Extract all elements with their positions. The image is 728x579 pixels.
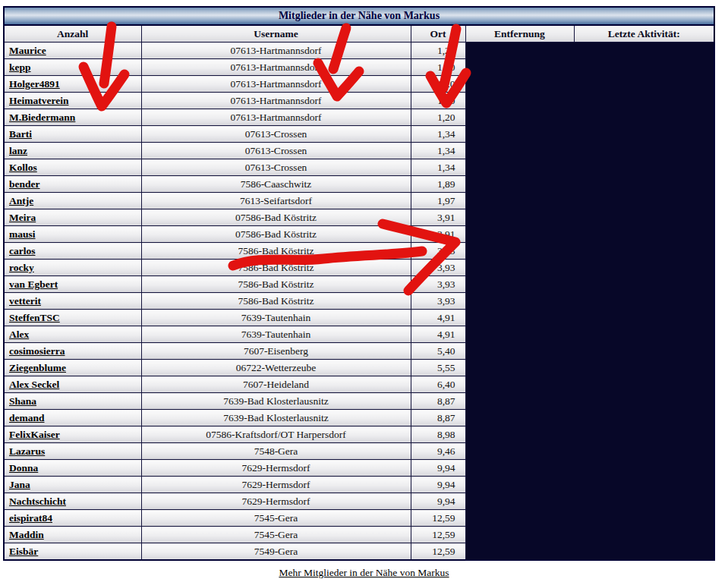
table-row: M.Biedermann 07613-Hartmannsdorf 1,20: [4, 109, 714, 126]
member-link[interactable]: kepp: [9, 61, 31, 73]
member-location-cell: 7586-Bad Köstritz: [141, 276, 411, 293]
member-location-cell: 7639-Tautenhain: [141, 326, 411, 343]
member-link[interactable]: demand: [9, 412, 45, 423]
redacted-entfernung-cell: [465, 109, 574, 126]
member-link[interactable]: Alex Seckel: [9, 379, 59, 390]
member-distance-cell: 3,93: [411, 260, 465, 276]
member-link[interactable]: Eisbär: [9, 546, 38, 557]
table-row: Alex Seckel 7607-Heideland 6,40: [4, 376, 714, 393]
redacted-entfernung-cell: [465, 460, 574, 477]
redacted-entfernung-cell: [465, 310, 574, 326]
member-location-cell: 07613-Hartmannsdorf: [141, 93, 411, 109]
more-members-link[interactable]: Mehr Mitglieder in der Nähe von Markus: [279, 567, 449, 578]
table-row: cosimosierra 7607-Eisenberg 5,40: [4, 343, 714, 360]
member-link[interactable]: Heimatverein: [9, 95, 68, 106]
table-row: Jana 7629-Hermsdorf 9,94: [4, 477, 714, 493]
member-link[interactable]: Alex: [9, 329, 29, 340]
redacted-entfernung-cell: [465, 493, 574, 510]
member-location-cell: 07613-Hartmannsdorf: [141, 76, 411, 93]
table-row: Maddin 7545-Gera 12,59: [4, 527, 714, 543]
redacted-aktivitaet-cell: [574, 159, 714, 176]
redacted-entfernung-cell: [465, 42, 574, 59]
member-distance-cell: 9,94: [411, 477, 465, 493]
member-distance-cell: 1,34: [411, 159, 465, 176]
member-distance-cell: 1,20: [411, 59, 465, 76]
redacted-aktivitaet-cell: [574, 426, 714, 443]
redacted-aktivitaet-cell: [574, 276, 714, 293]
column-header-ort: Ort: [411, 25, 465, 42]
member-link[interactable]: Barti: [9, 128, 32, 140]
member-location-cell: 7639-Bad Klosterlausnitz: [141, 410, 411, 426]
member-link[interactable]: Nachtschicht: [9, 496, 66, 507]
redacted-aktivitaet-cell: [574, 326, 714, 343]
redacted-entfernung-cell: [465, 126, 574, 143]
member-distance-cell: 9,46: [411, 443, 465, 460]
member-distance-cell: 4,91: [411, 310, 465, 326]
member-distance-cell: 12,59: [411, 510, 465, 527]
redacted-entfernung-cell: [465, 276, 574, 293]
redacted-entfernung-cell: [465, 193, 574, 209]
redacted-entfernung-cell: [465, 176, 574, 193]
member-link[interactable]: Maddin: [9, 529, 44, 540]
member-link[interactable]: Maurice: [9, 45, 46, 56]
member-location-cell: 07613-Hartmannsdorf: [141, 59, 411, 76]
table-row: rocky 7586-Bad Köstritz 3,93: [4, 260, 714, 276]
member-location-cell: 7586-Bad Köstritz: [141, 243, 411, 260]
redacted-aktivitaet-cell: [574, 527, 714, 543]
member-link[interactable]: Lazarus: [9, 445, 45, 457]
member-link[interactable]: Holger4891: [9, 78, 60, 90]
member-link[interactable]: cosimosierra: [9, 345, 65, 357]
member-distance-cell: 12,59: [411, 527, 465, 543]
member-link[interactable]: eispirat84: [9, 512, 52, 524]
member-link[interactable]: carlos: [9, 245, 36, 256]
member-link[interactable]: Donna: [9, 462, 38, 474]
member-distance-cell: 9,94: [411, 493, 465, 510]
member-distance-cell: 6,40: [411, 376, 465, 393]
redacted-entfernung-cell: [465, 293, 574, 310]
table-row: Holger4891 07613-Hartmannsdorf 1,20: [4, 76, 714, 93]
table-row: carlos 7586-Bad Köstritz 3,93: [4, 243, 714, 260]
redacted-entfernung-cell: [465, 76, 574, 93]
member-link[interactable]: FelixKaiser: [9, 429, 60, 440]
table-row: Antje 7613-Seifartsdorf 1,97: [4, 193, 714, 209]
redacted-entfernung-cell: [465, 209, 574, 226]
table-title: Mitglieder in der Nähe von Markus: [4, 7, 714, 25]
table-row: Lazarus 7548-Gera 9,46: [4, 443, 714, 460]
table-row: demand 7639-Bad Klosterlausnitz 8,87: [4, 410, 714, 426]
member-link[interactable]: Antje: [9, 195, 33, 206]
member-link[interactable]: Ziegenblume: [9, 362, 66, 373]
member-distance-cell: 1,34: [411, 126, 465, 143]
member-distance-cell: 8,98: [411, 426, 465, 443]
member-link[interactable]: Shana: [9, 395, 36, 407]
member-link[interactable]: vetterit: [9, 295, 41, 307]
member-link[interactable]: mausi: [9, 228, 36, 240]
member-link[interactable]: Jana: [9, 479, 30, 490]
table-row: SteffenTSC 7639-Tautenhain 4,91: [4, 310, 714, 326]
member-distance-cell: 3,93: [411, 293, 465, 310]
member-link[interactable]: bender: [9, 178, 40, 190]
member-location-cell: 7549-Gera: [141, 543, 411, 561]
member-link[interactable]: SteffenTSC: [9, 312, 60, 323]
member-link[interactable]: Kollos: [9, 162, 37, 173]
redacted-entfernung-cell: [465, 59, 574, 76]
member-location-cell: 7545-Gera: [141, 510, 411, 527]
redacted-aktivitaet-cell: [574, 477, 714, 493]
member-distance-cell: 4,91: [411, 326, 465, 343]
redacted-entfernung-cell: [465, 410, 574, 426]
member-location-cell: 07613-Hartmannsdorf: [141, 109, 411, 126]
member-location-cell: 7639-Tautenhain: [141, 310, 411, 326]
redacted-entfernung-cell: [465, 393, 574, 410]
table-row: Alex 7639-Tautenhain 4,91: [4, 326, 714, 343]
member-link[interactable]: M.Biedermann: [9, 112, 75, 123]
member-location-cell: 7548-Gera: [141, 443, 411, 460]
redacted-aktivitaet-cell: [574, 126, 714, 143]
redacted-aktivitaet-cell: [574, 493, 714, 510]
member-link[interactable]: Meira: [9, 212, 36, 223]
member-link[interactable]: van Egbert: [9, 278, 58, 290]
member-location-cell: 7639-Bad Klosterlausnitz: [141, 393, 411, 410]
redacted-aktivitaet-cell: [574, 260, 714, 276]
member-link[interactable]: lanz: [9, 145, 27, 156]
member-link[interactable]: rocky: [9, 262, 34, 273]
redacted-entfernung-cell: [465, 527, 574, 543]
redacted-aktivitaet-cell: [574, 76, 714, 93]
